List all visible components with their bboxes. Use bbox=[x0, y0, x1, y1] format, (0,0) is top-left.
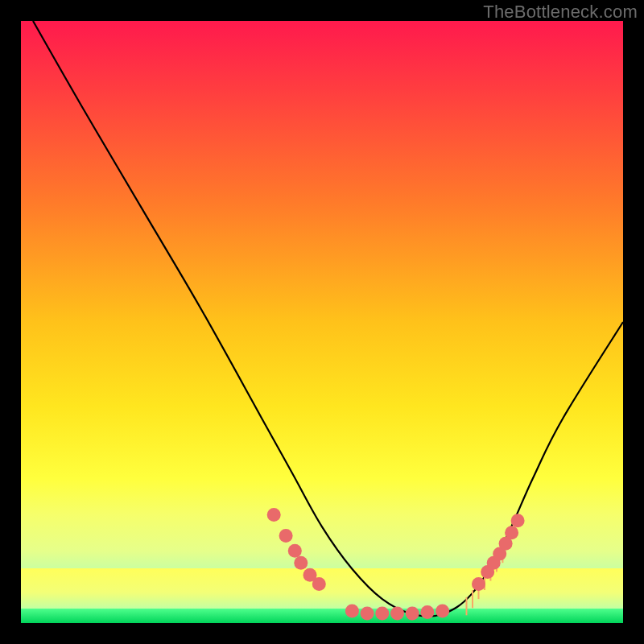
marker-dot bbox=[375, 607, 389, 621]
right-marker-group bbox=[472, 514, 525, 591]
chart-frame bbox=[21, 21, 623, 623]
marker-dot bbox=[472, 577, 485, 591]
chart-overlay bbox=[21, 21, 623, 623]
left-marker-group bbox=[267, 508, 326, 591]
marker-dot bbox=[420, 605, 434, 619]
marker-dot bbox=[511, 514, 525, 527]
marker-dot bbox=[345, 605, 359, 618]
marker-dot bbox=[267, 508, 281, 522]
marker-dot bbox=[279, 529, 293, 543]
marker-dot bbox=[312, 577, 326, 591]
bottom-marker-group bbox=[345, 605, 449, 621]
marker-dot bbox=[294, 556, 308, 570]
watermark-text: TheBottleneck.com bbox=[483, 2, 638, 23]
marker-dot bbox=[288, 544, 302, 558]
marker-dot bbox=[505, 526, 518, 539]
marker-dot bbox=[361, 607, 374, 621]
marker-dot bbox=[390, 607, 404, 621]
marker-dot bbox=[436, 605, 449, 618]
marker-dot bbox=[406, 607, 419, 621]
plot-area bbox=[21, 21, 623, 623]
bottleneck-curve bbox=[33, 21, 623, 617]
